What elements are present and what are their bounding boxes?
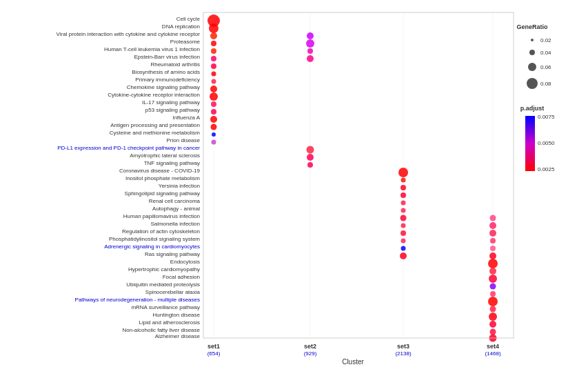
svg-text:Rheumatoid arthritis: Rheumatoid arthritis: [150, 61, 200, 68]
svg-point-69: [307, 55, 314, 62]
svg-text:Cluster: Cluster: [342, 358, 364, 366]
svg-text:Ubiquitin mediated proteolysis: Ubiquitin mediated proteolysis: [126, 281, 200, 288]
svg-point-99: [489, 321, 496, 328]
svg-point-60: [211, 101, 216, 107]
svg-point-50: [209, 23, 219, 33]
svg-text:Phosphatidylinositol signaling: Phosphatidylinositol signaling system: [109, 236, 200, 242]
svg-text:IL-17 signaling pathway: IL-17 signaling pathway: [142, 99, 200, 106]
svg-point-92: [489, 268, 496, 275]
svg-point-70: [307, 146, 314, 154]
svg-point-118: [527, 78, 538, 89]
svg-point-93: [489, 275, 497, 283]
svg-text:Focal adhesion: Focal adhesion: [163, 274, 200, 280]
svg-point-91: [488, 259, 498, 268]
svg-text:(1468): (1468): [485, 350, 500, 357]
svg-point-56: [212, 72, 216, 77]
svg-text:Antigen processing and present: Antigen processing and presentation: [110, 122, 200, 128]
svg-text:Human papillomavirus infection: Human papillomavirus infection: [123, 213, 200, 219]
svg-point-85: [490, 215, 496, 221]
svg-point-114: [529, 50, 535, 55]
svg-text:Human T-cell leukemia virus 1 : Human T-cell leukemia virus 1 infection: [104, 46, 200, 52]
svg-point-116: [528, 63, 536, 71]
svg-point-95: [490, 291, 496, 297]
svg-point-67: [306, 39, 314, 48]
svg-text:(929): (929): [304, 350, 317, 357]
svg-point-88: [490, 238, 496, 244]
svg-text:0.0050: 0.0050: [538, 140, 555, 146]
svg-point-72: [307, 162, 313, 168]
svg-point-59: [210, 92, 218, 101]
svg-text:Primary immunodeficiency: Primary immunodeficiency: [135, 77, 200, 83]
svg-point-78: [401, 208, 406, 213]
svg-text:TNF signaling pathway: TNF signaling pathway: [144, 160, 200, 166]
svg-text:Inositol phosphate metabolism: Inositol phosphate metabolism: [125, 175, 200, 181]
svg-point-112: [531, 39, 534, 41]
svg-text:Endocytosis: Endocytosis: [170, 259, 200, 265]
svg-text:0.02: 0.02: [540, 37, 551, 43]
main-chart: Cell cycle DNA replication Viral protein…: [0, 0, 588, 367]
svg-text:Regulation of actin cytoskelet: Regulation of actin cytoskeleton: [122, 228, 200, 235]
svg-text:Prion disease: Prion disease: [167, 137, 201, 143]
chart-container: Cell cycle DNA replication Viral protein…: [0, 0, 588, 367]
svg-point-82: [401, 239, 406, 244]
svg-text:0.04: 0.04: [540, 50, 551, 56]
svg-text:Epstein-Barr virus infection: Epstein-Barr virus infection: [134, 54, 200, 60]
svg-text:Salmonella infection: Salmonella infection: [150, 221, 200, 227]
svg-text:Sphingolipid signaling pathway: Sphingolipid signaling pathway: [125, 190, 200, 197]
svg-text:set4: set4: [487, 343, 499, 350]
svg-text:Cytokine-cytokine receptor int: Cytokine-cytokine receptor interaction: [108, 92, 200, 98]
svg-text:set3: set3: [397, 343, 409, 350]
svg-text:Hypertrophic cardiomyopathy: Hypertrophic cardiomyopathy: [128, 266, 200, 272]
svg-text:0.0075: 0.0075: [538, 114, 555, 120]
svg-point-62: [210, 116, 217, 123]
svg-point-52: [211, 41, 216, 46]
svg-text:p.adjust: p.adjust: [520, 105, 545, 112]
svg-text:Viral protein interaction with: Viral protein interaction with cytokine …: [57, 31, 201, 37]
svg-text:GeneRatio: GeneRatio: [516, 23, 548, 30]
svg-point-58: [210, 86, 217, 92]
svg-text:Autophagy - animal: Autophagy - animal: [152, 206, 200, 212]
svg-point-81: [401, 230, 406, 236]
svg-text:Coronavirus disease - COVID-19: Coronavirus disease - COVID-19: [119, 168, 200, 174]
svg-text:Chemokine signaling pathway: Chemokine signaling pathway: [127, 84, 200, 90]
svg-text:Yersinia infection: Yersinia infection: [159, 183, 200, 189]
svg-point-55: [211, 63, 216, 69]
svg-point-57: [212, 79, 216, 84]
svg-point-61: [211, 109, 216, 115]
svg-point-84: [400, 252, 407, 259]
svg-text:(654): (654): [207, 350, 221, 357]
svg-point-96: [488, 297, 498, 306]
svg-point-68: [307, 48, 313, 54]
svg-text:Ras signaling pathway: Ras signaling pathway: [145, 251, 200, 257]
svg-point-79: [401, 215, 407, 221]
svg-point-76: [401, 192, 406, 198]
svg-point-100: [490, 329, 496, 335]
svg-text:Renal cell carcinoma: Renal cell carcinoma: [149, 198, 201, 204]
svg-point-65: [212, 140, 216, 145]
svg-text:set1: set1: [207, 343, 220, 350]
svg-text:0.06: 0.06: [540, 64, 551, 70]
svg-text:(2138): (2138): [395, 350, 411, 357]
svg-point-86: [489, 222, 496, 229]
svg-point-66: [307, 32, 314, 39]
svg-text:mRNA surveillance pathway: mRNA surveillance pathway: [131, 304, 200, 310]
svg-point-80: [401, 224, 406, 228]
svg-text:0.0025: 0.0025: [538, 166, 555, 172]
svg-point-74: [401, 178, 406, 183]
svg-point-89: [490, 246, 496, 251]
svg-point-53: [211, 48, 216, 54]
svg-text:p53 signaling pathway: p53 signaling pathway: [145, 107, 200, 113]
svg-point-75: [401, 185, 406, 190]
svg-text:Influenza A: Influenza A: [172, 115, 200, 121]
svg-point-83: [401, 246, 406, 251]
svg-text:Lipid and atherosclerosis: Lipid and atherosclerosis: [139, 319, 201, 326]
svg-text:Non-alcoholic fatty liver dise: Non-alcoholic fatty liver disease: [123, 327, 201, 333]
svg-text:Amyotrophic lateral sclerosis: Amyotrophic lateral sclerosis: [130, 152, 200, 159]
svg-rect-1: [203, 12, 514, 338]
svg-text:PD-L1 expression and PD-1 chec: PD-L1 expression and PD-1 checkpoint pat…: [57, 145, 200, 151]
svg-point-94: [490, 284, 496, 290]
svg-text:Alzheimer disease: Alzheimer disease: [155, 333, 201, 339]
svg-text:Cysteine and methionine metabo: Cysteine and methionine metabolism: [110, 130, 201, 136]
svg-point-97: [490, 306, 496, 313]
svg-text:DNA replication: DNA replication: [162, 23, 200, 30]
